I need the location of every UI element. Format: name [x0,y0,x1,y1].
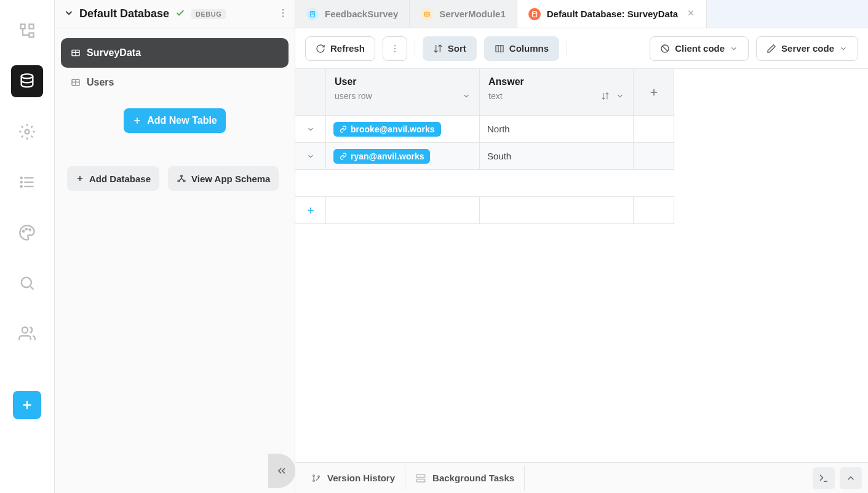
tab-default-database-surveydata[interactable]: Default Database: SurveyData [517,0,707,28]
chevron-down-icon [306,152,315,161]
sidebar-collapse-chevron[interactable] [63,7,74,21]
svg-point-8 [21,177,22,178]
cell-empty[interactable] [326,197,480,224]
sort-icon [433,44,443,54]
more-vertical-icon [277,7,289,18]
svg-rect-58 [416,475,425,478]
nav-users[interactable] [11,318,43,350]
table-corner [295,69,326,116]
cell-user[interactable]: ryan@anvil.works [326,143,480,170]
row-expand-button[interactable] [295,143,326,170]
link-pill[interactable]: ryan@anvil.works [333,149,430,164]
plus-icon [648,87,659,98]
chevron-down-icon [730,44,738,53]
tab-close-button[interactable] [687,9,695,19]
nav-add[interactable] [13,391,41,419]
nav-database[interactable] [11,65,43,97]
svg-rect-46 [496,45,503,52]
table-item-users[interactable]: Users [61,68,289,97]
svg-point-21 [282,15,284,17]
sidebar-header: Default Database DEBUG [55,0,295,28]
toolbar-more-button[interactable] [383,36,407,61]
cell-empty[interactable] [480,197,634,224]
svg-point-40 [532,11,536,13]
expand-panel-button[interactable] [840,467,862,489]
search-icon [18,275,36,292]
sort-button[interactable]: Sort [423,36,477,61]
nav-search[interactable] [11,267,43,299]
sidebar-more-button[interactable] [277,7,289,21]
forbidden-icon [660,44,670,54]
nav-theme[interactable] [11,217,43,249]
tasks-icon [415,473,426,484]
cell-user[interactable]: brooke@anvil.works [326,116,480,143]
column-header-answer[interactable]: Answer text [480,69,634,116]
table-icon [71,48,81,58]
sync-ok-icon [175,8,185,20]
schema-icon [177,174,186,183]
svg-point-55 [313,475,315,476]
cell-empty [634,143,674,170]
svg-rect-0 [21,25,25,29]
cell-answer[interactable]: South [480,143,634,170]
refresh-button[interactable]: Refresh [305,36,375,61]
version-history-button[interactable]: Version History [301,466,405,491]
add-table-label: Add New Table [147,115,217,126]
svg-point-3 [22,74,33,78]
svg-point-20 [282,12,284,13]
plus-icon [76,174,84,183]
tab-servermodule1[interactable]: ServerModule1 [410,0,517,28]
svg-point-19 [282,9,284,10]
cell-answer[interactable]: North [480,116,634,143]
chevron-down-icon[interactable] [616,92,624,100]
chevron-down-icon [839,44,848,53]
svg-point-12 [26,228,27,230]
module-icon [423,10,431,18]
row-expand-button[interactable] [295,116,326,143]
bottom-bar: Version History Background Tasks [295,462,868,493]
list-icon [18,174,36,191]
chevron-down-icon[interactable] [462,92,471,100]
pencil-icon [766,44,776,54]
link-icon [340,126,347,133]
table-item-label: Users [87,77,114,88]
users-icon [18,325,36,342]
link-pill[interactable]: brooke@anvil.works [333,122,441,137]
svg-point-43 [394,45,396,46]
refresh-icon [316,44,325,54]
background-tasks-button[interactable]: Background Tasks [405,466,525,491]
add-database-button[interactable]: Add Database [67,166,159,191]
gear-icon [18,123,36,140]
branch-icon [311,473,321,483]
sort-icon[interactable] [601,92,610,100]
svg-line-15 [30,286,33,289]
tab-bar-empty [707,0,868,28]
columns-button[interactable]: Columns [484,36,559,61]
svg-rect-1 [30,25,34,29]
column-header-user[interactable]: User users row [326,69,480,116]
svg-point-10 [21,186,22,187]
database-icon [18,73,36,90]
table-item-surveydata[interactable]: SurveyData [61,38,289,68]
svg-point-33 [181,175,183,177]
add-row-button[interactable] [295,197,326,224]
svg-line-50 [663,46,668,51]
server-code-button[interactable]: Server code [756,36,858,61]
view-app-schema-button[interactable]: View App Schema [168,166,279,191]
table-icon [71,78,81,87]
nav-list[interactable] [11,166,43,198]
svg-point-4 [25,130,30,134]
console-button[interactable] [813,467,835,489]
nav-tree[interactable] [11,15,43,47]
chevrons-left-icon [276,465,288,477]
client-code-button[interactable]: Client code [650,36,749,61]
database-icon [531,10,538,18]
data-table: User users row Answer text [295,69,868,224]
svg-rect-2 [30,33,34,38]
link-icon [340,153,347,160]
add-new-table-button[interactable]: Add New Table [124,108,226,133]
tree-icon [18,22,36,39]
tab-feedbacksurvey[interactable]: FeedbackSurvey [295,0,410,28]
nav-settings[interactable] [11,116,43,148]
add-column-button[interactable] [634,69,674,116]
